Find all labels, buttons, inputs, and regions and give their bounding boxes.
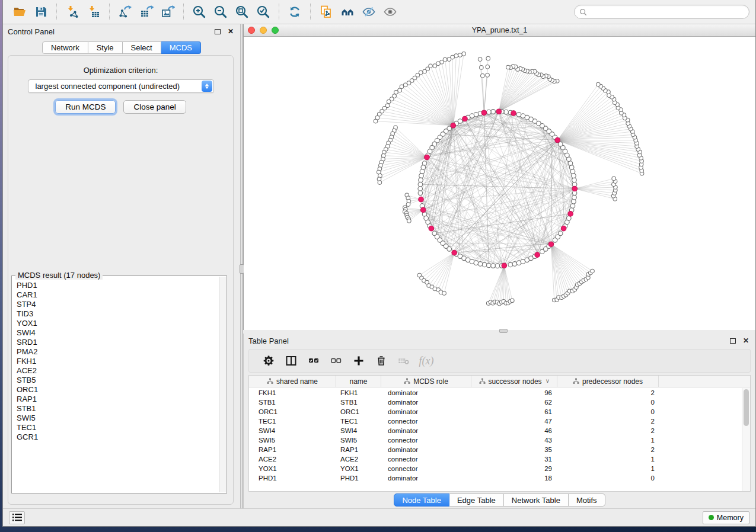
network-leaf-node[interactable] xyxy=(511,299,515,303)
mcds-result-item[interactable]: FKH1 xyxy=(15,357,219,366)
close-panel-button[interactable]: ✕ xyxy=(226,27,235,36)
mcds-result-item[interactable]: TID3 xyxy=(15,309,219,319)
mcds-result-item[interactable]: PMA2 xyxy=(15,347,219,357)
save-button[interactable] xyxy=(32,3,50,21)
network-node[interactable] xyxy=(491,110,496,114)
network-leaf-node[interactable] xyxy=(406,203,410,207)
network-leaf-node[interactable] xyxy=(480,66,484,70)
import-network-button[interactable] xyxy=(63,3,81,21)
network-leaf-node[interactable] xyxy=(458,53,462,57)
function-builder-button[interactable]: f(x) xyxy=(415,352,438,370)
network-node[interactable] xyxy=(419,178,423,182)
network-node[interactable] xyxy=(474,261,479,265)
export-network-button[interactable] xyxy=(116,3,134,21)
tab-network[interactable]: Network xyxy=(42,41,88,54)
show-all-button[interactable] xyxy=(381,3,399,21)
mcds-result-item[interactable]: SWI5 xyxy=(15,414,219,423)
network-node[interactable] xyxy=(487,263,492,268)
table-row[interactable]: RAP1RAP1dominator352 xyxy=(249,445,742,454)
mcds-result-item[interactable]: PHD1 xyxy=(15,281,219,290)
delete-table-button[interactable] xyxy=(393,352,415,370)
network-node[interactable] xyxy=(487,110,492,114)
column-header-name[interactable]: name xyxy=(336,376,381,387)
mcds-result-item[interactable]: ORC1 xyxy=(15,385,219,395)
show-column-button[interactable] xyxy=(280,352,302,370)
mcds-result-item[interactable]: YOX1 xyxy=(15,319,219,328)
network-leaf-node[interactable] xyxy=(442,291,446,296)
table-row[interactable]: ACE2ACE2connector311 xyxy=(249,454,742,464)
network-node[interactable] xyxy=(418,182,423,187)
network-leaf-node[interactable] xyxy=(433,64,437,68)
table-row[interactable]: PHD1PHD1dominator180 xyxy=(249,473,742,483)
network-canvas[interactable] xyxy=(244,37,755,330)
float-panel-button[interactable] xyxy=(213,27,222,36)
close-panel-button-mcds[interactable]: Close panel xyxy=(123,100,186,114)
network-leaf-node[interactable] xyxy=(398,88,402,92)
mcds-hub-node[interactable] xyxy=(481,110,487,116)
network-node[interactable] xyxy=(516,113,521,117)
network-node[interactable] xyxy=(447,247,452,252)
mcds-result-item[interactable]: SWI4 xyxy=(15,328,219,338)
delete-column-button[interactable] xyxy=(370,352,393,370)
mcds-hub-node[interactable] xyxy=(555,137,560,143)
network-node[interactable] xyxy=(572,174,576,178)
mcds-result-item[interactable]: TEC1 xyxy=(15,423,219,432)
mcds-hub-node[interactable] xyxy=(511,111,516,116)
mcds-hub-node[interactable] xyxy=(502,263,507,268)
network-node[interactable] xyxy=(418,187,423,191)
run-mcds-button[interactable]: Run MCDS xyxy=(55,100,116,114)
network-leaf-node[interactable] xyxy=(407,219,412,223)
network-leaf-node[interactable] xyxy=(454,54,458,58)
network-node[interactable] xyxy=(420,169,425,174)
network-node[interactable] xyxy=(421,165,426,170)
add-column-button[interactable] xyxy=(347,352,370,370)
memory-button[interactable]: Memory xyxy=(703,511,749,524)
table-settings-button[interactable] xyxy=(257,352,280,370)
mcds-list-scrollbar[interactable] xyxy=(219,277,226,492)
mcds-hub-node[interactable] xyxy=(425,155,430,160)
mcds-result-item[interactable]: STB1 xyxy=(15,404,219,414)
network-leaf-node[interactable] xyxy=(403,83,407,87)
network-leaf-node[interactable] xyxy=(486,73,490,78)
tab-edge-table[interactable]: Edge Table xyxy=(449,493,504,507)
network-leaf-node[interactable] xyxy=(506,65,511,69)
network-leaf-node[interactable] xyxy=(591,269,595,273)
first-neighbors-button[interactable] xyxy=(339,3,356,21)
table-row[interactable]: FKH1FKH1dominator962 xyxy=(249,388,742,398)
table-row[interactable]: ORC1ORC1dominator610 xyxy=(249,407,742,416)
mcds-hub-node[interactable] xyxy=(568,211,573,217)
close-table-panel-button[interactable]: ✕ xyxy=(741,336,751,345)
table-row[interactable]: SWI4SWI4dominator462 xyxy=(249,426,742,435)
new-network-from-selection-button[interactable] xyxy=(317,3,335,21)
open-button[interactable] xyxy=(11,3,28,21)
mcds-hub-node[interactable] xyxy=(548,242,554,247)
mcds-hub-node[interactable] xyxy=(420,207,426,213)
network-node[interactable] xyxy=(504,110,509,114)
mcds-result-item[interactable]: GCR1 xyxy=(15,432,219,442)
column-header-predecessor-nodes[interactable]: predecessor nodes xyxy=(557,376,659,387)
column-header-shared-name[interactable]: shared name xyxy=(249,376,336,387)
mcds-result-item[interactable]: STB5 xyxy=(15,376,219,385)
mcds-hub-node[interactable] xyxy=(419,197,424,202)
tab-motifs[interactable]: Motifs xyxy=(569,493,605,507)
network-node[interactable] xyxy=(570,204,575,209)
tab-select[interactable]: Select xyxy=(123,41,161,54)
network-leaf-node[interactable] xyxy=(378,181,382,185)
mcds-hub-node[interactable] xyxy=(451,123,456,128)
network-leaf-node[interactable] xyxy=(447,57,451,62)
network-node[interactable] xyxy=(572,195,577,200)
export-image-button[interactable] xyxy=(159,3,177,21)
mcds-hub-node[interactable] xyxy=(572,186,578,191)
horizontal-splitter[interactable] xyxy=(243,330,755,334)
export-table-button[interactable] xyxy=(138,3,155,21)
mcds-result-item[interactable]: STP4 xyxy=(15,300,219,309)
optimization-criterion-select[interactable]: largest connected component (undirected) xyxy=(28,79,214,93)
network-node[interactable] xyxy=(508,262,513,267)
network-leaf-node[interactable] xyxy=(387,100,391,104)
mcds-hub-node[interactable] xyxy=(561,226,566,231)
table-row[interactable]: STB1STB1dominator620 xyxy=(249,398,742,407)
float-table-panel-button[interactable] xyxy=(728,336,738,345)
network-node[interactable] xyxy=(495,264,500,268)
network-leaf-node[interactable] xyxy=(400,85,404,89)
network-leaf-node[interactable] xyxy=(486,65,490,69)
